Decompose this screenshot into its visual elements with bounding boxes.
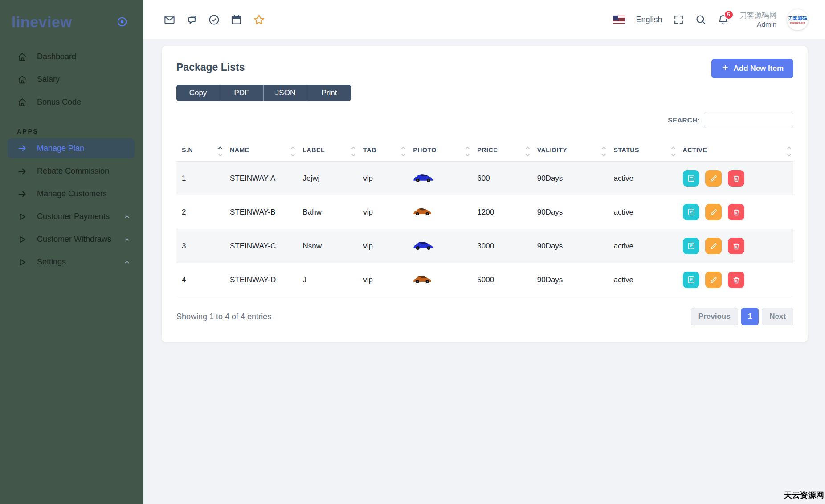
table-row: 4 STEINWAY-D J vip 5000 90Days active bbox=[176, 263, 793, 297]
note-button[interactable] bbox=[683, 238, 699, 254]
cell-label: J bbox=[297, 263, 358, 297]
json-button[interactable]: JSON bbox=[264, 85, 307, 101]
add-new-item-button[interactable]: Add New Item bbox=[711, 59, 793, 78]
us-flag-icon[interactable] bbox=[613, 16, 625, 24]
car-photo bbox=[413, 172, 433, 183]
cell-label: Jejwj bbox=[297, 162, 358, 195]
search-label: SEARCH: bbox=[668, 116, 700, 124]
sidebar-item-customer-withdraws[interactable]: Customer Withdraws bbox=[0, 228, 143, 251]
column-header-label[interactable]: LABEL bbox=[297, 141, 358, 162]
column-header-sn[interactable]: S.N bbox=[176, 141, 225, 162]
avatar[interactable]: 刀客源码 www.dkewl.com bbox=[787, 9, 808, 30]
table-row: 1 STEINWAY-A Jejwj vip 600 90Days active bbox=[176, 162, 793, 195]
delete-button[interactable] bbox=[728, 272, 744, 288]
check-circle-icon[interactable] bbox=[208, 14, 220, 26]
note-button[interactable] bbox=[683, 272, 699, 288]
column-header-photo[interactable]: PHOTO bbox=[408, 141, 472, 162]
cell-sn: 4 bbox=[176, 263, 225, 297]
notification-badge: 5 bbox=[724, 10, 734, 20]
next-page-button[interactable]: Next bbox=[762, 308, 793, 325]
play-triangle-icon bbox=[17, 212, 27, 221]
chat-icon[interactable] bbox=[186, 14, 198, 26]
sidebar-item-label: Settings bbox=[37, 257, 66, 267]
sidebar-item-bonus-code[interactable]: Bonus Code bbox=[0, 91, 143, 114]
sidebar-nav: Dashboard Salary Bonus Code APPS Manage … bbox=[0, 45, 143, 273]
sidebar-toggle-icon[interactable] bbox=[116, 16, 128, 28]
column-header-price[interactable]: PRICE bbox=[472, 141, 531, 162]
sidebar-item-label: Manage Plan bbox=[37, 144, 84, 153]
app-logo[interactable]: lineview bbox=[12, 13, 72, 31]
cell-tab: vip bbox=[358, 195, 408, 229]
sidebar-item-manage-customers[interactable]: Manage Customers bbox=[0, 183, 143, 205]
car-photo bbox=[413, 206, 432, 216]
cell-status: active bbox=[608, 229, 677, 263]
search-icon[interactable] bbox=[695, 14, 707, 25]
edit-button[interactable] bbox=[705, 272, 722, 288]
print-button[interactable]: Print bbox=[307, 85, 351, 101]
fullscreen-icon[interactable] bbox=[673, 14, 684, 25]
column-header-name[interactable]: NAME bbox=[225, 141, 297, 162]
notifications-button[interactable]: 5 bbox=[717, 14, 729, 26]
sidebar-item-rebate-commission[interactable]: Rebate Commission bbox=[0, 160, 143, 183]
app-root: lineview Dashboard Salary Bonus Code APP… bbox=[0, 0, 825, 504]
package-lists-card: Package Lists Add New Item Copy PDF JSON… bbox=[162, 46, 808, 342]
previous-page-button[interactable]: Previous bbox=[691, 308, 738, 325]
car-photo bbox=[413, 240, 433, 251]
cell-tab: vip bbox=[358, 229, 408, 263]
pagination: Previous 1 Next bbox=[691, 308, 793, 325]
user-info[interactable]: 刀客源码网 Admin bbox=[740, 11, 777, 28]
arrow-right-icon bbox=[17, 189, 27, 199]
column-header-tab[interactable]: TAB bbox=[358, 141, 408, 162]
home-icon bbox=[17, 98, 27, 107]
sidebar-item-settings[interactable]: Settings bbox=[0, 251, 143, 273]
page-title: Package Lists bbox=[176, 59, 245, 73]
note-button[interactable] bbox=[683, 204, 699, 220]
cell-price: 1200 bbox=[472, 195, 531, 229]
cell-validity: 90Days bbox=[532, 162, 609, 195]
sidebar-item-label: Bonus Code bbox=[37, 98, 81, 107]
cell-sn: 1 bbox=[176, 162, 225, 195]
cell-validity: 90Days bbox=[532, 195, 609, 229]
cell-price: 5000 bbox=[472, 263, 531, 297]
cell-name: STEINWAY-C bbox=[225, 229, 297, 263]
table-row: 3 STEINWAY-C Nsnw vip 3000 90Days active bbox=[176, 229, 793, 263]
sort-icons bbox=[351, 146, 356, 157]
copy-button[interactable]: Copy bbox=[176, 85, 220, 101]
sidebar-item-dashboard[interactable]: Dashboard bbox=[0, 45, 143, 68]
page-number-button[interactable]: 1 bbox=[741, 308, 759, 325]
calendar-icon[interactable] bbox=[230, 14, 242, 26]
delete-button[interactable] bbox=[728, 238, 744, 254]
language-selector[interactable]: English bbox=[636, 15, 662, 24]
cell-validity: 90Days bbox=[532, 229, 609, 263]
arrow-right-icon bbox=[17, 143, 27, 153]
table-row: 2 STEINWAY-B Bahw vip 1200 90Days active bbox=[176, 195, 793, 229]
column-header-active[interactable]: ACTIVE bbox=[678, 141, 793, 162]
chevron-up-icon bbox=[123, 259, 131, 266]
cell-status: active bbox=[608, 195, 677, 229]
cell-price: 3000 bbox=[472, 229, 531, 263]
search-input[interactable] bbox=[704, 112, 793, 128]
cell-tab: vip bbox=[358, 162, 408, 195]
edit-button[interactable] bbox=[705, 238, 722, 254]
sort-icons bbox=[787, 146, 792, 157]
sidebar-item-salary[interactable]: Salary bbox=[0, 68, 143, 91]
sidebar-item-manage-plan[interactable]: Manage Plan bbox=[8, 138, 135, 158]
column-header-status[interactable]: STATUS bbox=[608, 141, 677, 162]
delete-button[interactable] bbox=[728, 170, 744, 187]
note-button[interactable] bbox=[683, 170, 699, 187]
sort-icons bbox=[290, 146, 295, 157]
edit-button[interactable] bbox=[705, 170, 722, 187]
sort-icons bbox=[671, 146, 676, 157]
column-header-validity[interactable]: VALIDITY bbox=[532, 141, 609, 162]
sort-icons bbox=[218, 146, 223, 157]
chevron-up-icon bbox=[123, 213, 131, 220]
play-triangle-icon bbox=[17, 258, 27, 267]
sidebar-item-customer-payments[interactable]: Customer Payments bbox=[0, 205, 143, 228]
sidebar-item-label: Rebate Commission bbox=[37, 167, 109, 176]
delete-button[interactable] bbox=[728, 204, 744, 220]
pdf-button[interactable]: PDF bbox=[220, 85, 264, 101]
edit-button[interactable] bbox=[705, 204, 722, 220]
star-icon[interactable] bbox=[253, 13, 265, 26]
mail-icon[interactable] bbox=[163, 14, 176, 26]
watermark: 天云资源网 bbox=[784, 490, 824, 500]
